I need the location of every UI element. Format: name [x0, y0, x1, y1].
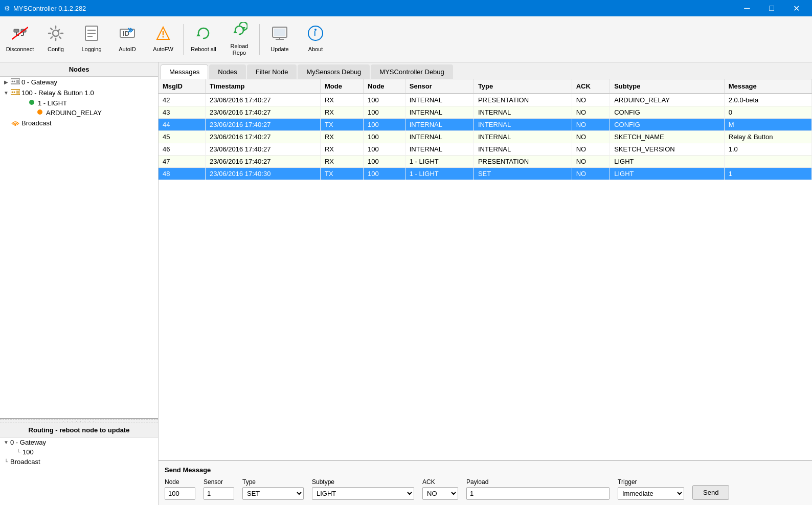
sensor-input[interactable]: [204, 487, 234, 500]
minimize-button[interactable]: ─: [735, 0, 759, 16]
payload-field-group: Payload: [466, 478, 610, 500]
reboot-all-label: Reboot all: [191, 46, 216, 53]
routing-arrow-100: └: [14, 449, 22, 455]
title-bar: ⚙ MYSController 0.1.2.282 ─ □ ✕: [0, 0, 812, 16]
table-cell: 44: [159, 119, 206, 131]
routing-arrow-broadcast: └: [2, 459, 10, 465]
resize-handle[interactable]: · · · · · · · ·: [0, 419, 158, 423]
sensor-field-label: Sensor: [204, 478, 234, 486]
reboot-all-icon: [195, 25, 212, 44]
table-cell: 45: [159, 131, 206, 143]
svg-point-34: [12, 92, 13, 93]
config-label: Config: [48, 46, 64, 53]
routing-item-gateway[interactable]: ▼ 0 - Gateway: [0, 437, 158, 447]
table-row[interactable]: 4323/06/2016 17:40:27RX100INTERNALINTERN…: [159, 106, 812, 119]
update-button[interactable]: Update: [262, 19, 298, 60]
toolbar: Disconnect Config Logging ID: [0, 16, 812, 62]
col-subtype: Subtype: [610, 79, 725, 94]
autoid-button[interactable]: ID AutoID: [109, 19, 145, 60]
table-cell: 23/06/2016 17:40:27: [206, 106, 321, 119]
sidebar-item-sensor1[interactable]: 1 - LIGHT: [0, 98, 158, 108]
table-row[interactable]: 4723/06/2016 17:40:27RX1001 - LIGHTPRESE…: [159, 156, 812, 168]
col-node: Node: [364, 79, 405, 94]
table-cell: Relay & Button: [724, 131, 811, 143]
subtype-field-group: Subtype LIGHT DIMMER COVER DOOR: [312, 478, 414, 500]
disconnect-icon: [12, 25, 28, 44]
table-cell: INTERNAL: [405, 143, 473, 156]
tab-filter-node[interactable]: Filter Node: [247, 64, 297, 79]
reload-repo-label: Reload Repo: [223, 43, 255, 56]
table-row[interactable]: 4823/06/2016 17:40:30TX1001 - LIGHTSETNO…: [159, 168, 812, 180]
svg-point-16: [163, 36, 164, 38]
logging-button[interactable]: Logging: [74, 19, 109, 60]
col-ack: ACK: [572, 79, 610, 94]
table-cell: 23/06/2016 17:40:30: [206, 168, 321, 180]
reload-repo-button[interactable]: Reload Repo: [221, 19, 257, 60]
node-input[interactable]: [165, 487, 195, 500]
sidebar-item-gateway[interactable]: ▶ 0 - Gateway: [0, 77, 158, 87]
about-button[interactable]: i About: [298, 19, 333, 60]
app-title: MYSController 0.1.2.282: [13, 5, 86, 12]
tab-myscontroller-debug[interactable]: MYSController Debug: [371, 64, 453, 79]
table-cell: 23/06/2016 17:40:27: [206, 156, 321, 168]
disconnect-button[interactable]: Disconnect: [2, 19, 38, 60]
col-msgid: MsgID: [159, 79, 206, 94]
reboot-all-button[interactable]: Reboot all: [186, 19, 221, 60]
sidebar-item-broadcast[interactable]: Broadcast: [0, 118, 158, 128]
arrow-gateway: ▶: [2, 79, 10, 85]
table-cell: SKETCH_NAME: [610, 131, 725, 143]
table-row[interactable]: 4223/06/2016 17:40:27RX100INTERNALPRESEN…: [159, 94, 812, 106]
table-cell: SKETCH_VERSION: [610, 143, 725, 156]
node100-label: 100 - Relay & Button 1.0: [21, 89, 94, 97]
autofw-button[interactable]: AutoFW: [145, 19, 181, 60]
window-controls: ─ □ ✕: [735, 0, 808, 16]
routing-broadcast-label: Broadcast: [10, 458, 40, 466]
messages-table-container[interactable]: MsgID Timestamp Mode Node Sensor Type AC…: [159, 79, 812, 460]
tab-nodes[interactable]: Nodes: [209, 64, 246, 79]
table-cell: 23/06/2016 17:40:27: [206, 143, 321, 156]
routing-gateway-label: 0 - Gateway: [10, 438, 46, 446]
routing-100-label: 100: [22, 448, 34, 456]
tab-messages[interactable]: Messages: [161, 64, 208, 79]
table-cell: PRESENTATION: [473, 156, 572, 168]
svg-rect-0: [14, 29, 19, 32]
gateway-icon: [10, 78, 20, 86]
subtype-select[interactable]: LIGHT DIMMER COVER DOOR: [312, 487, 414, 500]
sidebar: Nodes ▶ 0 - Gateway: [0, 62, 159, 505]
logging-label: Logging: [81, 46, 101, 53]
close-button[interactable]: ✕: [784, 0, 808, 16]
svg-text:i: i: [314, 30, 316, 37]
payload-input[interactable]: [466, 487, 610, 500]
svg-point-28: [12, 81, 13, 82]
sidebar-item-arduino-relay[interactable]: ARDUINO_RELAY: [0, 108, 158, 118]
ack-select[interactable]: NO YES: [422, 487, 458, 500]
maximize-button[interactable]: □: [760, 0, 783, 16]
table-row[interactable]: 4623/06/2016 17:40:27RX100INTERNALINTERN…: [159, 143, 812, 156]
table-cell: 2.0.0-beta: [724, 94, 811, 106]
svg-point-35: [14, 92, 15, 93]
table-header: MsgID Timestamp Mode Node Sensor Type AC…: [159, 79, 812, 94]
arduino-relay-icon: [35, 109, 45, 117]
routing-item-100[interactable]: └ 100: [0, 447, 158, 457]
config-icon: [48, 25, 64, 44]
table-cell: 100: [364, 156, 405, 168]
sidebar-nodes-panel: Nodes ▶ 0 - Gateway: [0, 62, 158, 419]
table-cell: INTERNAL: [473, 143, 572, 156]
table-cell: NO: [572, 119, 610, 131]
subtype-field-label: Subtype: [312, 478, 414, 486]
table-row[interactable]: 4523/06/2016 17:40:27RX100INTERNALINTERN…: [159, 131, 812, 143]
tab-mysensors-debug[interactable]: MySensors Debug: [298, 64, 370, 79]
send-message-title: Send Message: [165, 466, 806, 474]
table-cell: 100: [364, 94, 405, 106]
table-row[interactable]: 4423/06/2016 17:40:27TX100INTERNALINTERN…: [159, 119, 812, 131]
autofw-label: AutoFW: [153, 46, 173, 53]
table-body: 4223/06/2016 17:40:27RX100INTERNALPRESEN…: [159, 94, 812, 180]
send-button[interactable]: Send: [692, 485, 729, 500]
config-button[interactable]: Config: [38, 19, 74, 60]
type-select[interactable]: SET REQ INTERNAL: [242, 487, 304, 500]
sidebar-item-node100[interactable]: ▼ 100 - Relay & Button 1.0: [0, 87, 158, 98]
table-cell: RX: [320, 94, 363, 106]
table-cell: 46: [159, 143, 206, 156]
trigger-select[interactable]: Immediate Scheduled: [618, 487, 684, 500]
routing-item-broadcast[interactable]: └ Broadcast: [0, 457, 158, 467]
